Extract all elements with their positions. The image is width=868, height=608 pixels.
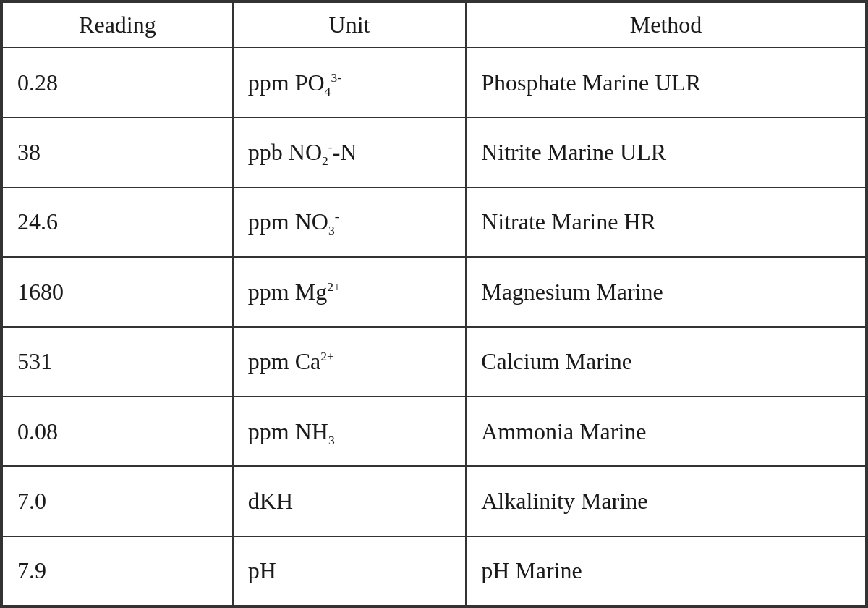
cell-unit: ppb NO2--N [233, 117, 466, 187]
cell-reading: 0.08 [2, 397, 233, 466]
cell-unit: ppm NH3 [233, 397, 466, 466]
cell-unit: pH [233, 536, 466, 606]
cell-reading: 0.28 [2, 48, 233, 117]
cell-reading: 531 [2, 327, 233, 397]
table-row: 0.08ppm NH3Ammonia Marine [2, 397, 866, 466]
cell-reading: 38 [2, 117, 233, 187]
cell-unit: ppm Ca2+ [233, 327, 466, 397]
table-row: 24.6ppm NO3-Nitrate Marine HR [2, 187, 866, 257]
cell-method: Ammonia Marine [466, 397, 866, 466]
cell-reading: 7.0 [2, 466, 233, 536]
header-reading: Reading [2, 2, 233, 48]
table-row: 1680ppm Mg2+Magnesium Marine [2, 257, 866, 326]
table-header-row: Reading Unit Method [2, 2, 866, 48]
data-table: Reading Unit Method 0.28ppm PO43-Phospha… [0, 0, 868, 608]
table-row: 0.28ppm PO43-Phosphate Marine ULR [2, 48, 866, 117]
cell-method: Nitrate Marine HR [466, 187, 866, 257]
cell-method: Nitrite Marine ULR [466, 117, 866, 187]
cell-unit: dKH [233, 466, 466, 536]
cell-method: Alkalinity Marine [466, 466, 866, 536]
cell-method: Magnesium Marine [466, 257, 866, 326]
header-method: Method [466, 2, 866, 48]
table-row: 7.0dKHAlkalinity Marine [2, 466, 866, 536]
cell-method: Phosphate Marine ULR [466, 48, 866, 117]
cell-method: pH Marine [466, 536, 866, 606]
cell-reading: 1680 [2, 257, 233, 326]
cell-unit: ppm NO3- [233, 187, 466, 257]
cell-unit: ppm PO43- [233, 48, 466, 117]
header-unit: Unit [233, 2, 466, 48]
table-row: 531ppm Ca2+Calcium Marine [2, 327, 866, 397]
cell-method: Calcium Marine [466, 327, 866, 397]
cell-reading: 24.6 [2, 187, 233, 257]
cell-unit: ppm Mg2+ [233, 257, 466, 326]
cell-reading: 7.9 [2, 536, 233, 606]
table-row: 7.9pHpH Marine [2, 536, 866, 606]
table-row: 38ppb NO2--NNitrite Marine ULR [2, 117, 866, 187]
